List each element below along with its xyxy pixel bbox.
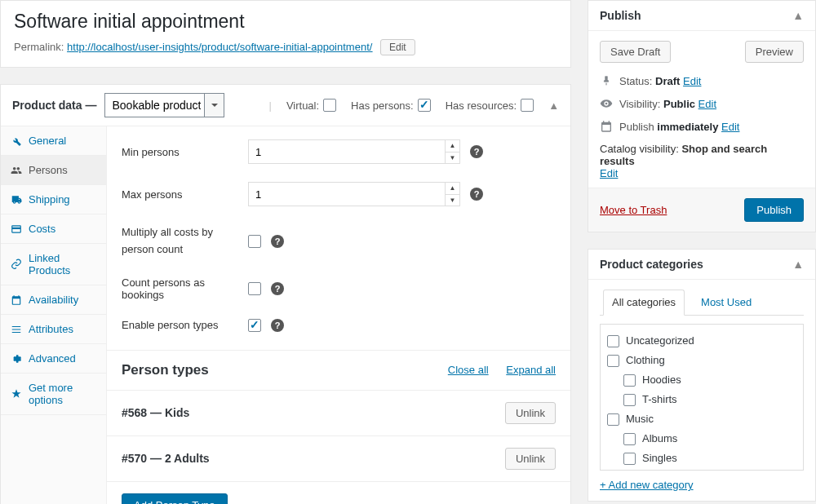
step-up-icon[interactable]: ▲ [446,183,459,195]
product-data-head: Product data — Bookable product | Virtua… [1,85,570,126]
wrench-icon [11,135,22,147]
person-type-item: #568 — Kids Unlink [107,390,570,435]
tab-advanced[interactable]: Advanced [1,344,106,373]
list-icon [11,324,22,335]
help-icon[interactable]: ? [271,282,284,295]
category-checkbox[interactable] [607,335,619,347]
calendar-icon [600,120,613,133]
link-icon [11,259,22,270]
publish-button[interactable]: Publish [744,198,804,222]
category-item[interactable]: Music [607,409,796,429]
tab-more-options[interactable]: Get more options [1,374,106,414]
permalink-row: Permalink: http://localhost/user-insight… [14,39,557,55]
edit-schedule-link[interactable]: Edit [721,121,739,133]
tab-most-used[interactable]: Most Used [698,290,755,315]
eye-icon [600,97,613,110]
tab-attributes[interactable]: Attributes [1,315,106,343]
help-icon[interactable]: ? [470,188,483,201]
truck-icon [11,194,22,206]
unlink-button[interactable]: Unlink [505,402,556,424]
categories-title: Product categories [600,258,703,271]
has-persons-checkbox[interactable] [418,99,431,112]
category-checkbox[interactable] [607,355,619,367]
virtual-checkbox[interactable] [323,99,336,112]
product-data-tabs: General Persons Shipping Costs Linked Pr… [1,126,107,504]
add-person-type-button[interactable]: Add Person Type [122,493,228,504]
publish-box: Publish▲ Save Draft Preview Status: Draf… [588,0,816,232]
tab-linked[interactable]: Linked Products [1,244,106,285]
category-checkbox[interactable] [623,433,636,445]
category-item[interactable]: Posters [607,468,796,471]
tab-persons[interactable]: Persons [1,156,106,184]
count-bookings-label: Count persons as bookings [122,276,248,301]
preview-button[interactable]: Preview [745,41,804,63]
catalog-visibility-row: Catalog visibility: Shop and search resu… [600,143,804,179]
step-down-icon[interactable]: ▼ [446,153,459,164]
category-item[interactable]: Singles [607,449,796,468]
star-icon [11,388,22,400]
category-item[interactable]: Hoodies [607,370,796,390]
product-data-panel: Product data — Bookable product | Virtua… [0,84,571,504]
category-checkbox[interactable] [623,374,636,387]
unlink-button[interactable]: Unlink [505,448,556,470]
tab-general[interactable]: General [1,126,106,155]
publish-title: Publish [600,9,641,22]
tab-all-categories[interactable]: All categories [603,290,685,316]
gear-icon [11,353,22,365]
category-checkbox[interactable] [607,413,619,426]
tab-costs[interactable]: Costs [1,214,106,243]
category-item[interactable]: T-shirts [607,390,796,409]
category-checkbox[interactable] [623,453,636,465]
categories-box: Product categories▲ All categories Most … [588,249,816,502]
category-tabs: All categories Most Used [600,290,804,316]
category-checkbox[interactable] [623,394,636,406]
virtual-checkbox-label[interactable]: Virtual: [286,99,336,112]
category-list[interactable]: UncategorizedClothingHoodiesT-shirtsMusi… [600,324,804,471]
collapse-toggle-icon[interactable]: ▲ [548,99,559,112]
max-persons-label: Max persons [122,188,248,201]
card-icon [11,223,22,235]
title-box: Software initial appointment Permalink: … [0,0,571,68]
min-persons-input[interactable]: ▲▼ [248,139,460,164]
page-title: Software initial appointment [14,11,557,33]
help-icon[interactable]: ? [470,145,483,158]
person-type-item: #570 — 2 Adults Unlink [107,435,570,481]
help-icon[interactable]: ? [271,235,284,248]
has-persons-checkbox-label[interactable]: Has persons: [351,99,431,112]
close-all-link[interactable]: Close all [448,364,489,376]
product-type-select[interactable]: Bookable product [104,93,224,117]
tab-shipping[interactable]: Shipping [1,185,106,214]
count-bookings-checkbox[interactable] [248,282,261,295]
multiply-costs-checkbox[interactable] [248,235,261,248]
enable-types-label: Enable person types [122,319,248,331]
permalink-link[interactable]: http://localhost/user-insights/product/s… [67,41,372,53]
edit-visibility-link[interactable]: Edit [698,98,716,110]
step-up-icon[interactable]: ▲ [446,140,459,153]
persons-icon [11,165,22,176]
category-item[interactable]: Uncategorized [607,331,796,351]
category-item[interactable]: Albums [607,429,796,449]
move-to-trash-link[interactable]: Move to Trash [600,204,667,216]
collapse-toggle-icon[interactable]: ▲ [792,9,804,22]
calendar-icon [11,294,22,306]
has-resources-checkbox[interactable] [521,99,534,112]
product-data-content: Min persons ▲▼ ? Max persons ▲▼ [107,126,570,504]
tab-availability[interactable]: Availability [1,285,106,314]
edit-status-link[interactable]: Edit [683,75,701,87]
help-icon[interactable]: ? [271,319,284,332]
save-draft-button[interactable]: Save Draft [600,41,671,63]
has-resources-checkbox-label[interactable]: Has resources: [446,99,534,112]
pin-icon [600,74,613,87]
collapse-toggle-icon[interactable]: ▲ [792,258,804,271]
add-category-link[interactable]: + Add new category [600,479,694,491]
expand-all-link[interactable]: Expand all [506,364,556,376]
min-persons-label: Min persons [122,146,248,158]
permalink-edit-button[interactable]: Edit [380,39,415,55]
max-persons-input[interactable]: ▲▼ [248,182,460,206]
permalink-label: Permalink: [14,41,64,53]
enable-types-checkbox[interactable] [248,319,261,332]
category-item[interactable]: Clothing [607,351,796,370]
edit-catalog-link[interactable]: Edit [600,167,618,179]
step-down-icon[interactable]: ▼ [446,195,459,206]
product-data-label: Product data — [12,99,96,112]
